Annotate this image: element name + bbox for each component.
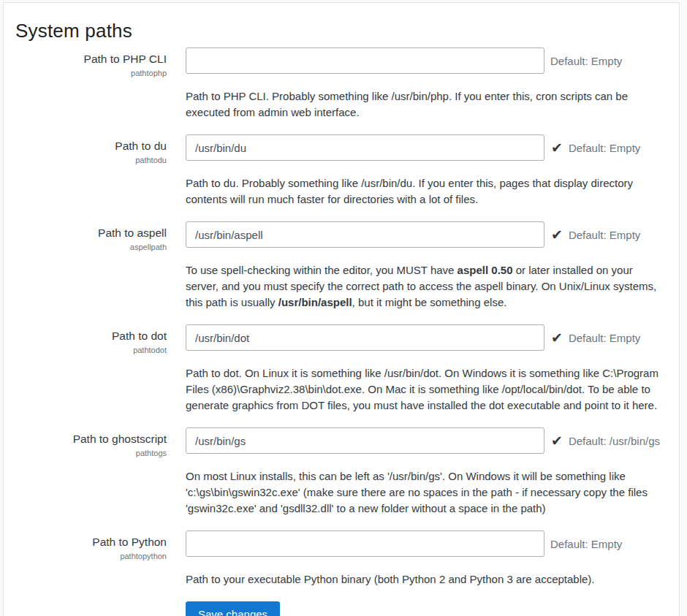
description-text: Path to PHP CLI. Probably something like…: [186, 90, 628, 118]
setting-label-col: Path to dot pathtodot: [15, 324, 167, 414]
setting-shortname: pathtodu: [15, 155, 167, 166]
setting-aspellpath: Path to aspell aspellpath ✔ Default: Emp…: [15, 221, 667, 311]
save-changes-button[interactable]: Save changes: [186, 601, 280, 616]
default-value-label: Default: Empty: [569, 142, 640, 154]
setting-description: To use spell-checking within the editor,…: [186, 262, 667, 311]
pathtophp-input[interactable]: [186, 47, 544, 74]
default-value-label: Default: Empty: [550, 55, 622, 67]
setting-label: Path to aspell: [15, 226, 167, 240]
description-text: , but it might be something else.: [352, 296, 507, 308]
pathtodot-input[interactable]: [186, 324, 544, 351]
setting-description: Path to PHP CLI. Probably something like…: [186, 88, 667, 121]
aspellpath-input[interactable]: [186, 221, 544, 248]
setting-description: Path to dot. On Linux it is something li…: [186, 365, 667, 414]
save-row-spacer: [15, 601, 167, 616]
setting-label: Path to PHP CLI: [15, 52, 167, 66]
setting-label-col: Path to aspell aspellpath: [15, 221, 167, 311]
check-icon: ✔: [551, 141, 563, 155]
description-text: Path to dot. On Linux it is something li…: [186, 367, 658, 411]
setting-description: Path to your executable Python binary (b…: [186, 571, 667, 588]
description-text: On most Linux installs, this can be left…: [186, 470, 648, 514]
setting-label: Path to ghostscript: [15, 432, 167, 446]
input-line: ✔ Default: /usr/bin/gs: [186, 427, 667, 454]
setting-pathtodu: Path to du pathtodu ✔ Default: Empty Pat…: [15, 134, 667, 208]
description-text: Path to du. Probably something like /usr…: [186, 177, 633, 205]
setting-pathtophp: Path to PHP CLI pathtophp Default: Empty…: [15, 47, 667, 121]
description-text-bold: /usr/bin/aspell: [278, 296, 352, 308]
check-icon: ✔: [551, 434, 563, 448]
setting-shortname: pathtopython: [15, 551, 167, 562]
setting-pathtodot: Path to dot pathtodot ✔ Default: Empty P…: [15, 324, 667, 414]
default-value-label: Default: /usr/bin/gs: [569, 435, 660, 447]
pathtogs-input[interactable]: [186, 427, 544, 454]
setting-content-col: Default: Empty Path to PHP CLI. Probably…: [186, 47, 667, 121]
save-row-content: Save changes: [186, 601, 667, 616]
description-text: To use spell-checking within the editor,…: [186, 264, 458, 276]
page-title: System paths: [15, 18, 667, 43]
description-text-bold: aspell 0.50: [458, 264, 513, 276]
setting-shortname: aspellpath: [15, 242, 167, 253]
default-value-label: Default: Empty: [569, 229, 640, 241]
default-value-label: Default: Empty: [569, 332, 640, 344]
setting-content-col: ✔ Default: Empty Path to dot. On Linux i…: [186, 324, 667, 414]
setting-shortname: pathtogs: [15, 448, 167, 459]
pathtodu-input[interactable]: [186, 134, 544, 161]
setting-content-col: ✔ Default: Empty To use spell-checking w…: [186, 221, 667, 311]
setting-content-col: ✔ Default: Empty Path to du. Probably so…: [186, 134, 667, 208]
description-text: Path to your executable Python binary (b…: [186, 573, 595, 585]
save-row: Save changes: [15, 601, 667, 616]
setting-label-col: Path to Python pathtopython: [15, 531, 167, 588]
setting-content-col: Default: Empty Path to your executable P…: [186, 531, 667, 588]
setting-label-col: Path to du pathtodu: [15, 134, 167, 208]
setting-content-col: ✔ Default: /usr/bin/gs On most Linux ins…: [186, 427, 667, 517]
setting-shortname: pathtophp: [15, 68, 167, 79]
setting-label-col: Path to PHP CLI pathtophp: [15, 47, 167, 121]
setting-pathtogs: Path to ghostscript pathtogs ✔ Default: …: [15, 427, 667, 517]
setting-description: On most Linux installs, this can be left…: [186, 468, 667, 517]
setting-label-col: Path to ghostscript pathtogs: [15, 427, 167, 517]
input-line: Default: Empty: [186, 531, 667, 557]
check-icon: ✔: [551, 331, 563, 345]
setting-shortname: pathtodot: [15, 345, 167, 356]
pathtopython-input[interactable]: [186, 531, 544, 557]
input-line: Default: Empty: [186, 47, 667, 74]
setting-label: Path to du: [15, 139, 167, 153]
default-value-label: Default: Empty: [550, 538, 622, 550]
input-line: ✔ Default: Empty: [186, 221, 667, 248]
setting-label: Path to Python: [15, 535, 167, 550]
input-line: ✔ Default: Empty: [186, 324, 667, 351]
input-line: ✔ Default: Empty: [186, 134, 667, 161]
check-icon: ✔: [551, 228, 563, 242]
setting-pathtopython: Path to Python pathtopython Default: Emp…: [15, 531, 667, 588]
setting-label: Path to dot: [15, 329, 167, 343]
settings-card: System paths Path to PHP CLI pathtophp D…: [3, 2, 680, 616]
setting-description: Path to du. Probably something like /usr…: [186, 175, 667, 208]
